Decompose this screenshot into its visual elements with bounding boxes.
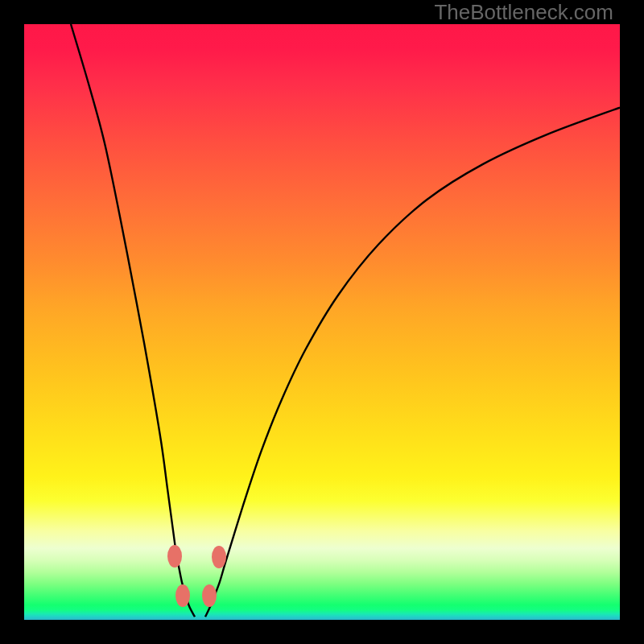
watermark-text: TheBottleneck.com (434, 0, 613, 25)
chart-frame (24, 24, 620, 620)
chart-gradient-background (24, 24, 620, 620)
